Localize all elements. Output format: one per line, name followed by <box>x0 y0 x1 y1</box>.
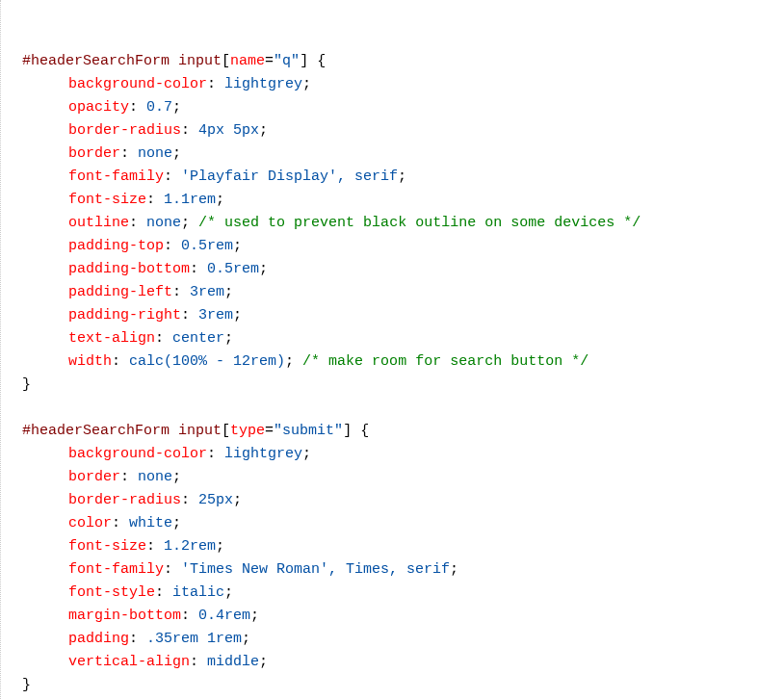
css-selector-line: #headerSearchForm input[name="q"] { <box>22 50 784 73</box>
css-declaration: color: white; <box>22 512 784 535</box>
css-declaration: outline: none; /* used to prevent black … <box>22 212 784 235</box>
css-declaration: text-align: center; <box>22 327 784 350</box>
css-rule-close: } <box>22 374 784 397</box>
css-declaration: width: calc(100% - 12rem); /* make room … <box>22 350 784 374</box>
css-declaration: padding-right: 3rem; <box>22 304 784 327</box>
css-declaration: border: none; <box>22 466 784 489</box>
css-declaration: padding: .35rem 1rem; <box>22 628 784 651</box>
css-declaration: font-family: 'Playfair Display', serif; <box>22 166 784 189</box>
css-declaration: font-size: 1.2rem; <box>22 535 784 558</box>
css-declaration: font-style: italic; <box>22 582 784 605</box>
css-code-block: #headerSearchForm input[name="q"] {backg… <box>22 50 784 697</box>
css-declaration: opacity: 0.7; <box>22 96 784 119</box>
css-declaration: font-family: 'Times New Roman', Times, s… <box>22 558 784 582</box>
css-declaration: margin-bottom: 0.4rem; <box>22 605 784 628</box>
css-declaration: padding-left: 3rem; <box>22 281 784 304</box>
blank-line <box>22 397 784 420</box>
css-declaration: border: none; <box>22 142 784 166</box>
css-declaration: border-radius: 25px; <box>22 489 784 512</box>
css-declaration: border-radius: 4px 5px; <box>22 119 784 142</box>
css-rule-close: } <box>22 674 784 697</box>
css-declaration: font-size: 1.1rem; <box>22 189 784 212</box>
css-declaration: vertical-align: middle; <box>22 651 784 674</box>
css-selector-line: #headerSearchForm input[type="submit"] { <box>22 420 784 443</box>
css-declaration: background-color: lightgrey; <box>22 73 784 96</box>
css-declaration: padding-top: 0.5rem; <box>22 235 784 258</box>
css-declaration: padding-bottom: 0.5rem; <box>22 258 784 281</box>
css-declaration: background-color: lightgrey; <box>22 443 784 466</box>
